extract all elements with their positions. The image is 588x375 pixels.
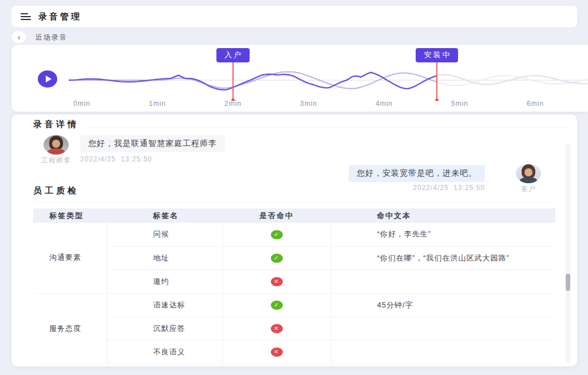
hit-text-cell: “你们在哪”，“我们在洪山区武大园路” [331,246,555,270]
time-tick-label: 5min [451,100,468,108]
col-header-hit-text: 命中文本 [331,208,555,223]
table-row: 邀约 ✕ [33,270,555,293]
play-icon [46,76,52,82]
chat-message-engineer: 您好，我是联通智慧家庭工程师李 [80,135,225,152]
table-row: 沟通要素 问候 ✓ “你好，李先生” [33,223,555,246]
label-name-cell: 语速达标 [107,293,222,317]
engineer-avatar [44,135,69,155]
miss-badge-icon: ✕ [271,348,283,357]
hit-text-cell: 45分钟/字 [331,293,555,317]
hit-text-cell [331,270,555,293]
breadcrumb-label: 近场录音 [35,33,68,42]
breadcrumb-bar: ‹ 近场录音 [11,30,68,45]
engineer-name: 工程师李 [31,156,81,165]
hit-badge-icon: ✓ [271,254,283,263]
waveform-timeline: 0min1min2min3min4min5min6min [11,100,588,109]
engineer-message-timestamp: 2022/4/25 13:25:50 [80,155,152,163]
label-name-cell: 不良语义 [107,340,222,364]
scrollbar-thumb[interactable] [566,274,570,291]
time-tick-label: 4min [376,100,393,108]
customer-avatar [516,164,541,183]
label-name-cell: 沉默应答 [107,317,222,340]
time-tick-label: 3min [300,100,317,108]
quality-divider [33,202,554,202]
label-name-cell: 邀约 [107,270,222,293]
miss-badge-icon: ✕ [271,277,283,286]
back-chevron-icon: ‹ [18,33,21,42]
marker-line [232,62,234,98]
marker-tag-2[interactable]: 安装中 [416,48,458,62]
table-header-row: 标签类型 标签名 是否命中 命中文本 [33,208,555,223]
col-header-label-name: 标签名 [107,208,222,223]
table-row: 服务态度 语速达标 ✓ 45分钟/字 [33,293,555,317]
topbar: 录音管理 [11,6,577,27]
label-name-cell: 问候 [107,223,222,246]
title-divider [87,127,566,128]
audio-waveform-panel: 入户安装中 0min1min2min3min4min5min6min [11,45,588,112]
hit-text-cell: “你好，李先生” [331,223,555,246]
table-row: 沉默应答 ✕ [33,317,555,340]
customer-message-timestamp: 2022/4/25 13:25:50 [413,184,485,192]
miss-badge-icon: ✕ [271,324,283,333]
hit-badge-icon: ✓ [271,230,283,239]
waveform-plot[interactable] [69,55,588,105]
hit-text-cell [331,340,555,364]
scrollbar-track[interactable] [566,143,570,363]
col-header-label-type: 标签类型 [33,208,107,223]
time-tick-label: 2min [224,100,242,108]
time-tick-label: 6min [527,100,544,108]
back-button[interactable]: ‹ [11,31,26,44]
recording-detail-panel: 录音详情 工程师李 您好，我是联通智慧家庭工程师李 2022/4/25 13:2… [11,115,577,366]
chat-message-customer: 您好，安装宽带是吧，进来吧。 [349,165,485,182]
table-row: 地址 ✓ “你们在哪”，“我们在洪山区武大园路” [33,246,555,270]
table-row: 不良语义 ✕ [33,340,555,364]
marker-line [436,62,437,98]
label-name-cell: 地址 [107,246,222,270]
quality-table: 标签类型 标签名 是否命中 命中文本 沟通要素 问候 ✓ “你好，李先生” 地址… [33,208,555,364]
group-type-cell: 沟通要素 [33,223,107,293]
col-header-hit: 是否命中 [222,208,331,223]
marker-tag-1[interactable]: 入户 [216,48,250,62]
menu-icon[interactable] [21,13,31,20]
group-type-cell: 服务态度 [33,293,107,364]
customer-name: 客户 [512,184,545,194]
play-button[interactable] [38,70,57,88]
detail-section-title: 录音详情 [33,119,79,130]
page-title: 录音管理 [38,11,82,22]
time-tick-label: 1min [149,100,166,108]
screen: 录音管理 ‹ 近场录音 入户安装中 0min1min2min3min4min5m… [0,0,588,375]
time-tick-label: 0min [73,100,90,108]
hit-badge-icon: ✓ [271,301,283,310]
hit-text-cell [331,317,555,340]
quality-section-title: 员工质检 [33,185,79,196]
